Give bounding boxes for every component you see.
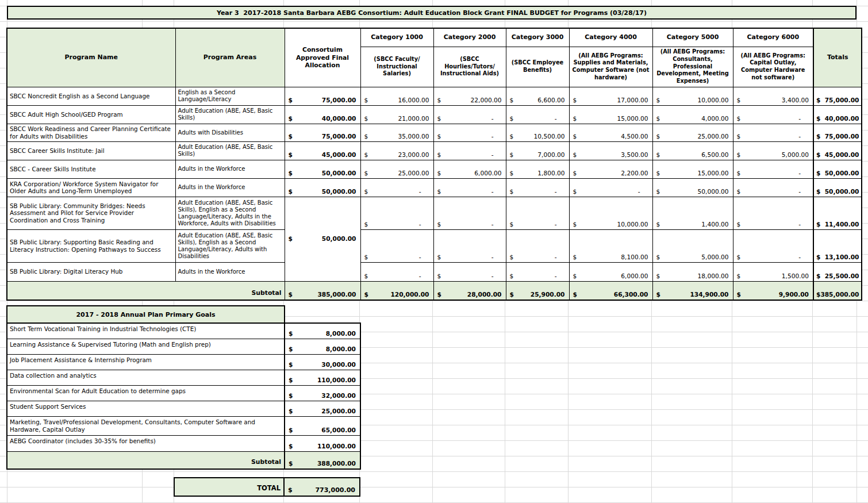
cell-category-6000[interactable]: $-	[733, 178, 813, 197]
cell-category-5000[interactable]: $50,000.00	[652, 178, 733, 197]
cell-program-name[interactable]: SBCC Career Skills Institute: Jail	[7, 141, 175, 160]
cell-category-4000[interactable]: $4,500.00	[569, 124, 652, 141]
cell-category-2000[interactable]: $-	[433, 262, 506, 281]
cell-goal-label[interactable]: Data collection and analytics	[7, 370, 285, 385]
cell-goal-label[interactable]: Short Term Vocational Training in Indust…	[7, 323, 285, 339]
cell-program-areas[interactable]: Adults in the Workforce	[175, 178, 285, 197]
header-allocation[interactable]: Consortuim Approved Final Allocation	[285, 28, 360, 87]
cell-program-name[interactable]: SBCC Work Readiness and Career Planning …	[7, 124, 175, 141]
cell-category-5000[interactable]: $10,000.00	[652, 87, 733, 105]
cell-goal-amount[interactable]: $110,000.00	[285, 435, 360, 451]
cell-total[interactable]: $75,000.00	[813, 124, 862, 141]
cell-category-6000[interactable]: $-	[733, 197, 813, 229]
cell-category-6000[interactable]: $-	[733, 160, 813, 178]
grand-total-label[interactable]: TOTAL	[174, 478, 284, 496]
cell-grand-total-amount[interactable]: $773,000.00	[284, 478, 360, 496]
cell-subtotal-allocation[interactable]: $385,000.00	[285, 281, 360, 300]
header-category-1000[interactable]: Category 1000	[360, 28, 433, 47]
cell-program-name[interactable]: SBCC Noncredit English as a Second Langu…	[7, 87, 175, 105]
cell-category-3000[interactable]: $-	[506, 197, 569, 229]
cell-category-6000[interactable]: $-	[733, 105, 813, 124]
cell-goal-amount[interactable]: $32,000.00	[285, 385, 360, 401]
cell-allocation-merged[interactable]: $50,000.00	[285, 197, 360, 281]
cell-allocation[interactable]: $50,000.00	[285, 160, 360, 178]
cell-subtotal-category-3000[interactable]: $25,900.00	[506, 281, 569, 300]
goals-subtotal-label[interactable]: Subtotal	[7, 451, 285, 469]
header-category-6000[interactable]: Category 6000	[733, 28, 813, 47]
cell-goal-amount[interactable]: $30,000.00	[285, 354, 360, 370]
cell-category-5000[interactable]: $4,000.00	[652, 105, 733, 124]
cell-subtotal-category-5000[interactable]: $134,900.00	[652, 281, 733, 300]
cell-goal-label[interactable]: Marketing, Travel/Professional Developme…	[7, 416, 285, 435]
cell-program-name[interactable]: SBCC - Career Skills Institute	[7, 160, 175, 178]
cell-total[interactable]: $50,000.00	[813, 178, 862, 197]
cell-category-4000[interactable]: $-	[569, 178, 652, 197]
cell-category-6000[interactable]: $-	[733, 124, 813, 141]
cell-category-1000[interactable]: $-	[360, 262, 433, 281]
cell-subtotal-category-2000[interactable]: $28,000.00	[433, 281, 506, 300]
cell-category-1000[interactable]: $21,000.00	[360, 105, 433, 124]
cell-goal-label[interactable]: Student Support Services	[7, 401, 285, 416]
cell-category-4000[interactable]: $2,200.00	[569, 160, 652, 178]
cell-category-6000[interactable]: $-	[733, 229, 813, 262]
cell-category-5000[interactable]: $15,000.00	[652, 160, 733, 178]
cell-category-1000[interactable]: $23,000.00	[360, 141, 433, 160]
cell-category-4000[interactable]: $15,000.00	[569, 105, 652, 124]
cell-total[interactable]: $25,500.00	[813, 262, 862, 281]
cell-goal-label[interactable]: Learning Assistance & Supervised Tutorin…	[7, 339, 285, 354]
cell-goal-label[interactable]: Environmental Scan for Adult Education t…	[7, 385, 285, 401]
goals-header[interactable]: 2017 - 2018 Annual Plan Primary Goals	[7, 306, 285, 323]
cell-program-areas[interactable]: Adult Education (ABE, ASE, Basic Skills)…	[175, 197, 285, 229]
cell-category-6000[interactable]: $1,500.00	[733, 262, 813, 281]
cell-program-areas[interactable]: Adult Education (ABE, ASE, Basic Skills)…	[175, 229, 285, 262]
cell-total[interactable]: $13,100.00	[813, 229, 862, 262]
cell-category-2000[interactable]: $-	[433, 105, 506, 124]
cell-allocation[interactable]: $40,000.00	[285, 105, 360, 124]
cell-category-4000[interactable]: $6,000.00	[569, 262, 652, 281]
header-category-3000-description[interactable]: (SBCC Employee Benefits)	[506, 47, 569, 87]
header-category-5000[interactable]: Category 5000	[652, 28, 733, 47]
cell-goals-subtotal-amount[interactable]: $388,000.00	[285, 451, 360, 469]
cell-category-2000[interactable]: $-	[433, 197, 506, 229]
cell-goal-amount[interactable]: $8,000.00	[285, 323, 360, 339]
cell-category-3000[interactable]: $10,500.00	[506, 124, 569, 141]
header-totals[interactable]: Totals	[813, 28, 862, 87]
header-category-3000[interactable]: Category 3000	[506, 28, 569, 47]
header-category-4000-description[interactable]: (All AEBG Programs: Supplies and Materia…	[569, 47, 652, 87]
header-program-areas[interactable]: Program Areas	[175, 28, 285, 87]
cell-category-1000[interactable]: $-	[360, 229, 433, 262]
cell-category-4000[interactable]: $10,000.00	[569, 197, 652, 229]
cell-total[interactable]: $50,000.00	[813, 160, 862, 178]
cell-category-6000[interactable]: $3,400.00	[733, 87, 813, 105]
cell-category-5000[interactable]: $18,000.00	[652, 262, 733, 281]
cell-category-3000[interactable]: $1,800.00	[506, 160, 569, 178]
subtotal-label[interactable]: Subtotal	[7, 281, 285, 300]
cell-allocation[interactable]: $50,000.00	[285, 178, 360, 197]
cell-program-name[interactable]: SB Public Library: Supporting Basic Read…	[7, 229, 175, 262]
cell-category-2000[interactable]: $-	[433, 141, 506, 160]
cell-goal-amount[interactable]: $8,000.00	[285, 339, 360, 354]
cell-category-3000[interactable]: $-	[506, 262, 569, 281]
cell-category-1000[interactable]: $-	[360, 197, 433, 229]
cell-category-5000[interactable]: $6,500.00	[652, 141, 733, 160]
cell-subtotal-total[interactable]: $385,000.00	[813, 281, 862, 300]
cell-allocation[interactable]: $45,000.00	[285, 141, 360, 160]
cell-program-areas[interactable]: Adults with Disabilities	[175, 124, 285, 141]
cell-category-4000[interactable]: $17,000.00	[569, 87, 652, 105]
cell-category-3000[interactable]: $6,600.00	[506, 87, 569, 105]
cell-subtotal-category-1000[interactable]: $120,000.00	[360, 281, 433, 300]
cell-category-2000[interactable]: $-	[433, 178, 506, 197]
cell-program-areas[interactable]: English as a Second Language/Literacy	[175, 87, 285, 105]
cell-category-5000[interactable]: $5,000.00	[652, 229, 733, 262]
cell-allocation[interactable]: $75,000.00	[285, 87, 360, 105]
cell-goal-amount[interactable]: $25,000.00	[285, 401, 360, 416]
cell-program-areas[interactable]: Adult Education (ABE, ASE, Basic Skills)	[175, 141, 285, 160]
cell-goal-label[interactable]: Job Placement Assistance & Internship Pr…	[7, 354, 285, 370]
cell-category-1000[interactable]: $35,000.00	[360, 124, 433, 141]
cell-allocation[interactable]: $75,000.00	[285, 124, 360, 141]
header-category-6000-description[interactable]: (All AEBG Programs: Capital Outlay, Comp…	[733, 47, 813, 87]
cell-category-2000[interactable]: $6,000.00	[433, 160, 506, 178]
cell-category-3000[interactable]: $-	[506, 105, 569, 124]
cell-program-areas[interactable]: Adults in the Workforce	[175, 160, 285, 178]
cell-category-3000[interactable]: $-	[506, 178, 569, 197]
